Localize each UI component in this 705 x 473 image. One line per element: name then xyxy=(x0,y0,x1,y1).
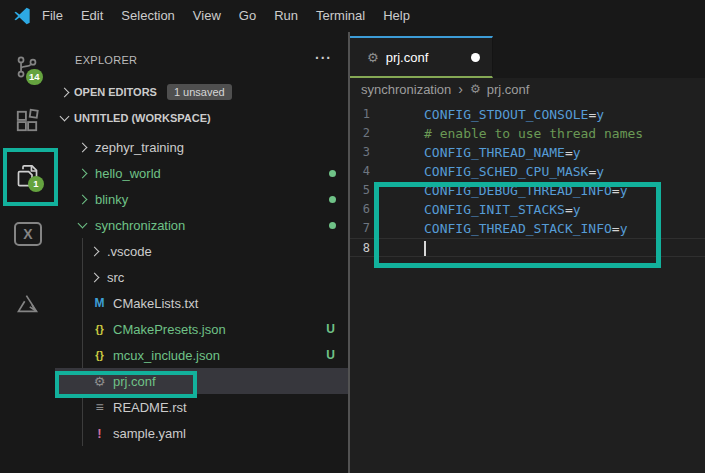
vscode-logo-icon xyxy=(11,6,33,26)
extensions-icon[interactable] xyxy=(14,108,42,136)
readme-file-icon: ≡ xyxy=(91,399,108,415)
modified-dot-icon[interactable] xyxy=(471,53,480,62)
tree-item-label: prj.conf xyxy=(113,374,156,389)
editor-group: ⚙ prj.conf synchronization › ⚙ prj.conf … xyxy=(350,32,705,473)
menu-selection[interactable]: Selection xyxy=(112,0,183,32)
code-line-2[interactable]: 2 # enable to use thread names xyxy=(350,124,705,143)
workspace-section[interactable]: UNTITLED (WORKSPACE) xyxy=(55,106,348,130)
line-number: 3 xyxy=(350,143,370,162)
explorer-icon[interactable]: 1 xyxy=(14,162,42,190)
tree-item-label: CMakeLists.txt xyxy=(113,296,198,311)
menu-bar: File Edit Selection View Go Run Terminal… xyxy=(0,0,705,32)
code-line-8[interactable]: 8 xyxy=(350,238,705,257)
menu-view[interactable]: View xyxy=(184,0,230,32)
breadcrumb-folder[interactable]: synchronization xyxy=(361,82,451,97)
text-cursor xyxy=(424,241,426,256)
tree-item-readme[interactable]: ≡ README.rst xyxy=(55,394,348,420)
tree-item-hello-world[interactable]: hello_world xyxy=(55,160,348,186)
tree-item-label: synchronization xyxy=(95,218,185,233)
chevron-down-icon xyxy=(60,112,70,122)
tree-item-label: sample.yaml xyxy=(113,426,186,441)
vscode-window: File Edit Selection View Go Run Terminal… xyxy=(0,0,705,473)
git-modified-dot xyxy=(329,222,336,229)
line-number: 6 xyxy=(350,200,370,219)
explorer-sidebar: EXPLORER ··· OPEN EDITORS 1 unsaved UNTI… xyxy=(55,32,350,473)
menu-terminal[interactable]: Terminal xyxy=(307,0,374,32)
x-extension-icon[interactable]: X xyxy=(14,222,42,250)
sidebar-header: EXPLORER ··· xyxy=(55,32,348,66)
code-line-6[interactable]: 6 CONFIG_INIT_STACKS=y xyxy=(350,200,705,219)
tree-item-label: src xyxy=(107,270,124,285)
line-number: 4 xyxy=(350,162,370,181)
json-file-icon: {} xyxy=(91,323,108,335)
tab-prj-conf[interactable]: ⚙ prj.conf xyxy=(350,36,493,78)
breadcrumb: synchronization › ⚙ prj.conf xyxy=(350,78,705,100)
unsaved-badge: 1 unsaved xyxy=(167,84,232,100)
tree-item-label: .vscode xyxy=(107,244,152,259)
chevron-right-icon xyxy=(60,87,70,97)
line-number: 5 xyxy=(350,181,370,200)
file-tree: zephyr_training hello_world blinky synch… xyxy=(55,134,348,446)
chevron-right-icon xyxy=(78,194,88,204)
tree-item-label: blinky xyxy=(95,192,128,207)
line-number: 1 xyxy=(350,105,370,124)
gear-file-icon: ⚙ xyxy=(91,374,108,389)
source-control-icon[interactable]: 14 xyxy=(14,54,42,82)
mcuxpresso-icon[interactable] xyxy=(14,290,42,318)
tree-item-label: zephyr_training xyxy=(95,140,184,155)
gear-file-icon: ⚙ xyxy=(367,50,379,65)
tree-item-sample-yaml[interactable]: ! sample.yaml xyxy=(55,420,348,446)
sidebar-title: EXPLORER xyxy=(75,54,137,66)
activity-bar: 14 1 X xyxy=(0,32,55,473)
code-line-7[interactable]: 7 CONFIG_THREAD_STACK_INFO=y xyxy=(350,219,705,238)
workspace-label: UNTITLED (WORKSPACE) xyxy=(74,112,211,124)
git-modified-dot xyxy=(329,196,336,203)
code-area[interactable]: 1 CONFIG_STDOUT_CONSOLE=y 2 # enable to … xyxy=(350,100,705,257)
yaml-file-icon: ! xyxy=(91,426,108,441)
chevron-down-icon xyxy=(78,219,88,229)
open-editors-section[interactable]: OPEN EDITORS 1 unsaved xyxy=(55,80,348,104)
tree-item-prj-conf[interactable]: ⚙ prj.conf xyxy=(55,368,348,394)
code-line-3[interactable]: 3 CONFIG_THREAD_NAME=y xyxy=(350,143,705,162)
code-line-4[interactable]: 4 CONFIG_SCHED_CPU_MASK=y xyxy=(350,162,705,181)
code-line-1[interactable]: 1 CONFIG_STDOUT_CONSOLE=y xyxy=(350,105,705,124)
git-modified-dot xyxy=(329,170,336,177)
more-actions-icon[interactable]: ··· xyxy=(315,50,332,66)
menu-go[interactable]: Go xyxy=(230,0,265,32)
cmake-file-icon: M xyxy=(91,296,108,310)
tree-item-label: hello_world xyxy=(95,166,161,181)
git-untracked-badge: U xyxy=(326,322,335,336)
code-line-5[interactable]: 5 CONFIG_DEBUG_THREAD_INFO=y xyxy=(350,181,705,200)
tree-item-zephyr-training[interactable]: zephyr_training xyxy=(55,134,348,160)
tree-item-label: README.rst xyxy=(113,400,187,415)
open-editors-label: OPEN EDITORS xyxy=(74,86,157,98)
explorer-badge: 1 xyxy=(28,176,44,192)
menu-help[interactable]: Help xyxy=(374,0,419,32)
menu-edit[interactable]: Edit xyxy=(72,0,112,32)
tree-item-label: mcux_include.json xyxy=(113,348,220,363)
tree-item-cmakepresets[interactable]: {} CMakePresets.json U xyxy=(55,316,348,342)
chevron-right-icon xyxy=(78,168,88,178)
gear-file-icon: ⚙ xyxy=(470,82,481,96)
menu-run[interactable]: Run xyxy=(265,0,307,32)
tree-item-src-folder[interactable]: src xyxy=(55,264,348,290)
tab-label: prj.conf xyxy=(386,50,429,65)
line-number: 8 xyxy=(350,239,370,258)
chevron-right-icon xyxy=(90,272,100,282)
line-number: 7 xyxy=(350,219,370,238)
tree-item-synchronization[interactable]: synchronization xyxy=(55,212,348,238)
chevron-right-icon xyxy=(90,246,100,256)
tree-item-label: CMakePresets.json xyxy=(113,322,226,337)
source-control-badge: 14 xyxy=(26,69,43,85)
tree-item-cmakelists[interactable]: M CMakeLists.txt xyxy=(55,290,348,316)
json-file-icon: {} xyxy=(91,349,108,361)
git-untracked-badge: U xyxy=(326,348,335,362)
line-number: 2 xyxy=(350,124,370,143)
menu-file[interactable]: File xyxy=(33,0,72,32)
tree-item-mcux-include[interactable]: {} mcux_include.json U xyxy=(55,342,348,368)
tree-item-vscode-folder[interactable]: .vscode xyxy=(55,238,348,264)
chevron-right-icon xyxy=(78,142,88,152)
tree-item-blinky[interactable]: blinky xyxy=(55,186,348,212)
breadcrumb-separator: › xyxy=(458,81,463,97)
breadcrumb-file[interactable]: prj.conf xyxy=(487,82,530,97)
